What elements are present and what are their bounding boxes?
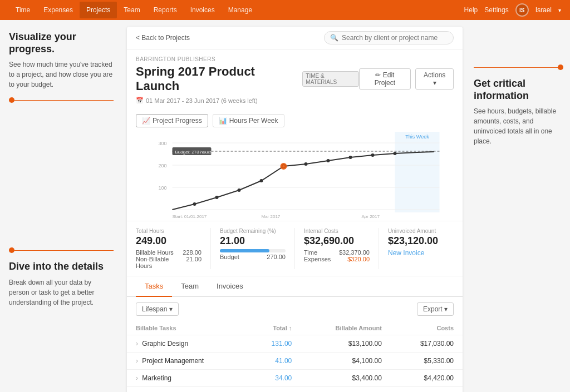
time-label: Time (304, 249, 317, 256)
new-invoice-link[interactable]: New Invoice (388, 249, 424, 257)
stat-label-budget: Budget Remaining (%) (220, 228, 286, 234)
nav-expenses[interactable]: Expenses (37, 2, 80, 18)
callout-2-line (14, 250, 114, 251)
main-card: < Back to Projects 🔍 BARRINGTON PUBLISHE… (127, 27, 463, 392)
nav-invoices[interactable]: Invoices (184, 2, 222, 18)
col-billable-amount: Billable Amount (301, 321, 391, 335)
expenses-link[interactable]: $320.00 (347, 256, 370, 262)
nav-right: Help Settings IS Israel ▾ (464, 3, 561, 17)
col-total[interactable]: Total ↑ (247, 321, 301, 335)
chart-tab-progress[interactable]: 📈 Project Progress (136, 114, 208, 127)
search-icon: 🔍 (330, 34, 338, 42)
row-programming-costs: $2,860.00 (391, 387, 463, 393)
stat-label-costs: Internal Costs (304, 228, 370, 234)
stats-row: Total Hours 249.00 Billable Hours 228.00… (127, 221, 463, 276)
svg-text:Start: 01/01-2017: Start: 01/01-2017 (173, 214, 207, 219)
svg-point-18 (327, 159, 330, 162)
svg-text:This Week: This Week (405, 134, 429, 140)
callout-1-dot (9, 97, 14, 103)
budget-label: Budget (220, 254, 239, 260)
right-callout: Get critical information See hours, budg… (474, 64, 563, 146)
right-conn-line (474, 67, 558, 68)
right-callout-title: Get critical information (474, 78, 563, 102)
row-programming-total[interactable]: 22.00 (247, 387, 301, 393)
budget-progress-bar-wrap (220, 249, 286, 252)
right-connector (474, 64, 563, 70)
lifespan-select[interactable]: Lifespan ▾ (136, 302, 179, 316)
billable-hours-label: Billable Hours (136, 249, 174, 256)
row-pm-name: › Project Management (127, 353, 247, 370)
left-panel: Visualize your progress. See how much ti… (0, 20, 122, 392)
row-pm-total[interactable]: 41.00 (247, 353, 301, 370)
svg-text:Apr 2017: Apr 2017 (362, 214, 380, 219)
nav-team[interactable]: Team (117, 2, 146, 18)
svg-text:200: 200 (158, 163, 166, 168)
row-expand-icon[interactable]: › (136, 340, 138, 348)
tasks-table: Billable Tasks Total ↑ Billable Amount C… (127, 321, 463, 392)
callout-details: Dive into the details Break down all you… (9, 247, 114, 307)
callout-visualize: Visualize your progress. See how much ti… (9, 31, 114, 103)
svg-point-19 (349, 156, 352, 159)
back-link[interactable]: < Back to Projects (136, 34, 190, 42)
table-row: › Marketing 34.00 $3,400.00 $4,420.00 (127, 370, 463, 387)
user-name[interactable]: Israel (535, 6, 552, 14)
callout-2-connector (9, 247, 114, 253)
tab-invoices[interactable]: Invoices (208, 276, 252, 297)
row-graphic-design-costs: $17,030.00 (391, 335, 463, 353)
nav-help[interactable]: Help (464, 6, 478, 14)
billable-hours-value: 228.00 (183, 249, 202, 256)
svg-point-13 (215, 196, 219, 199)
nav-projects[interactable]: Projects (80, 2, 117, 18)
user-avatar[interactable]: IS (515, 3, 529, 17)
stat-budget-remaining: Budget Remaining (%) 21.00 Budget 270.00 (220, 228, 295, 269)
project-badge: TIME & MATERIALS (302, 71, 358, 87)
stat-value-uninvoiced: $23,120.00 (388, 235, 454, 247)
row-expand-icon[interactable]: › (136, 357, 138, 365)
callout-1-connector (9, 97, 114, 103)
right-callout-desc: See hours, budgets, billable amounts, co… (474, 106, 563, 146)
stat-value-total-hours: 249.00 (136, 235, 202, 247)
row-marketing-total[interactable]: 34.00 (247, 370, 301, 387)
row-marketing-name: › Marketing (127, 370, 247, 387)
progress-chart: This Week 300 200 100 Budget: 270 hours (136, 132, 454, 221)
time-value: $32,370.00 (339, 249, 370, 256)
edit-project-button[interactable]: ✏ Edit Project (359, 68, 411, 90)
main-content: < Back to Projects 🔍 BARRINGTON PUBLISHE… (122, 20, 467, 392)
nav-reports[interactable]: Reports (147, 2, 184, 18)
nav-manage[interactable]: Manage (222, 2, 259, 18)
chart-tab-hours[interactable]: 📊 Hours Per Week (213, 114, 284, 127)
row-expand-icon[interactable]: › (136, 374, 138, 382)
project-meta: 📅 01 Mar 2017 - 23 Jun 2017 (6 weeks lef… (136, 97, 454, 104)
callout-visualize-desc: See how much time you've tracked to a pr… (9, 59, 114, 90)
export-button[interactable]: Export ▾ (417, 302, 454, 316)
tab-team[interactable]: Team (172, 276, 208, 297)
row-programming-billable: $2,200.00 (301, 387, 391, 393)
nav-time[interactable]: Time (9, 2, 37, 18)
callout-1-line (14, 100, 114, 101)
chart-tab-progress-label: Project Progress (153, 117, 202, 125)
svg-point-12 (193, 202, 196, 206)
callout-visualize-title: Visualize your progress. (9, 31, 114, 55)
row-graphic-design-name: › Graphic Design (127, 335, 247, 353)
tab-tasks[interactable]: Tasks (136, 276, 172, 297)
non-billable-hours-label: Non-Billable Hours (136, 256, 186, 269)
svg-text:100: 100 (158, 185, 166, 191)
row-marketing-costs: $4,420.00 (391, 370, 463, 387)
svg-rect-0 (395, 132, 440, 212)
chart-hours-icon: 📊 (219, 117, 227, 125)
search-input[interactable] (342, 34, 448, 42)
stat-uninvoiced: Uninvoiced Amount $23,120.00 New Invoice (388, 228, 454, 269)
chart-tab-hours-label: Hours Per Week (229, 117, 278, 125)
row-graphic-design-total[interactable]: 131.00 (247, 335, 301, 353)
callout-details-title: Dive into the details (9, 261, 114, 273)
nav-settings[interactable]: Settings (484, 6, 508, 14)
stat-value-costs: $32,690.00 (304, 235, 370, 247)
calendar-icon: 📅 (136, 97, 144, 104)
svg-text:Budget: 270 hours: Budget: 270 hours (175, 150, 212, 155)
table-row: › Programming 22.00 $2,200.00 $2,860.00 (127, 387, 463, 393)
table-row: › Graphic Design 131.00 $13,100.00 $17,0… (127, 335, 463, 353)
budget-value: 270.00 (267, 254, 286, 260)
svg-point-15 (260, 179, 263, 182)
project-title: Spring 2017 Product Launch (136, 64, 297, 93)
actions-button[interactable]: Actions ▾ (415, 68, 454, 90)
